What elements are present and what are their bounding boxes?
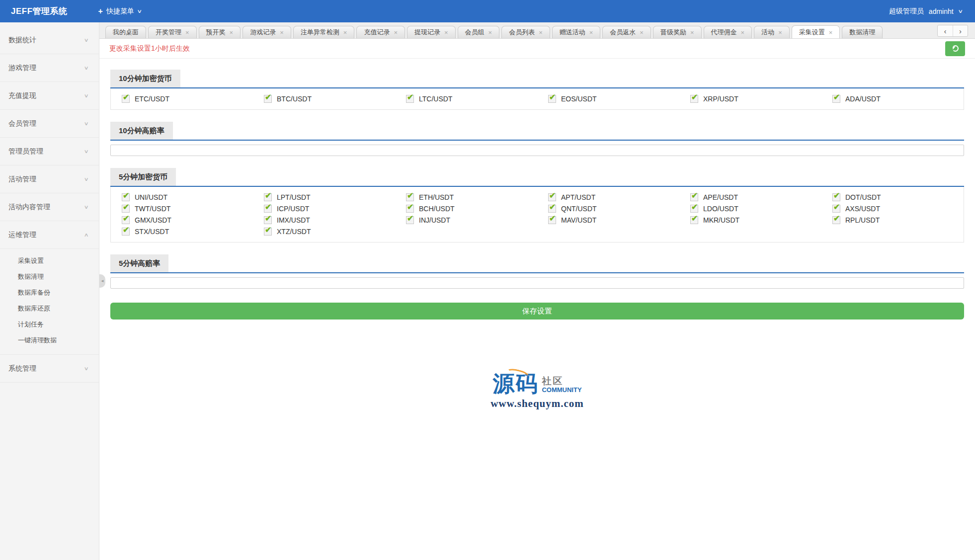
checkbox-label: DOT/USDT <box>845 193 881 201</box>
checkbox-option-dot-usdt[interactable]: ✔DOT/USDT <box>821 191 964 203</box>
quick-menu-button[interactable]: + 快捷菜单 ∨ <box>98 7 142 16</box>
checkbox-option-eth-usdt[interactable]: ✔ETH/USDT <box>395 191 537 203</box>
check-icon: ✔ <box>691 203 698 212</box>
tab-label: 会员组 <box>465 28 485 37</box>
checkbox-option-axs-usdt[interactable]: ✔AXS/USDT <box>821 203 964 214</box>
checkbox-checked: ✔ <box>690 205 698 213</box>
sidebar-item-activity-mgmt[interactable]: 活动管理∨ <box>0 165 99 193</box>
tab-close-icon[interactable]: × <box>280 29 284 36</box>
tab-member-group[interactable]: 会员组× <box>458 26 500 38</box>
sidebar-item-ops-mgmt[interactable]: 运维管理∧ <box>0 221 99 249</box>
sidebar-subitem-db-restore[interactable]: 数据库还原 <box>0 301 99 317</box>
checkbox-checked: ✔ <box>264 216 272 224</box>
settings-form: 10分钟加密货币✔ETC/USDT✔BTC/USDT✔LTC/USDT✔EOS/… <box>99 59 975 320</box>
checkbox-option-ape-usdt[interactable]: ✔APE/USDT <box>679 191 821 203</box>
sidebar-item-system-mgmt[interactable]: 系统管理∨ <box>0 355 99 383</box>
sidebar-subitem-one-key-clean[interactable]: 一键清理数据 <box>0 332 99 348</box>
checkbox-label: ETC/USDT <box>135 95 169 103</box>
sidebar-item-label: 数据统计 <box>8 36 36 45</box>
tab-member-rebate[interactable]: 会员返水× <box>602 26 651 38</box>
tab-member-list[interactable]: 会员列表× <box>501 26 550 38</box>
sidebar-item-admin-mgmt[interactable]: 管理员管理∨ <box>0 138 99 165</box>
content-header: 更改采集设置1小时后生效 <box>99 39 975 59</box>
rate-input-odds-5min[interactable] <box>110 277 964 289</box>
check-icon: ✔ <box>691 214 698 223</box>
checkbox-option-rpl-usdt[interactable]: ✔RPL/USDT <box>821 214 964 226</box>
tab-scroll-right-button[interactable]: › <box>953 25 968 36</box>
check-icon: ✔ <box>123 93 129 102</box>
tab-collect-settings[interactable]: 采集设置× <box>792 25 840 38</box>
checkbox-option-twt-usdt[interactable]: ✔TWT/USDT <box>111 203 253 214</box>
tab-data-clean[interactable]: 数据清理 <box>842 26 883 38</box>
app-title[interactable]: JEFF管理系统 <box>0 5 68 17</box>
tab-close-icon[interactable]: × <box>185 29 189 36</box>
tab-close-icon[interactable]: × <box>829 29 833 36</box>
checkbox-option-uni-usdt[interactable]: ✔UNI/USDT <box>111 191 253 203</box>
sidebar-subitem-db-backup[interactable]: 数据库备份 <box>0 285 99 301</box>
refresh-button[interactable] <box>945 41 965 56</box>
checkbox-option-qnt-usdt[interactable]: ✔QNT/USDT <box>537 203 679 214</box>
tab-withdraw-records[interactable]: 提现记录× <box>407 26 456 38</box>
checkbox-checked: ✔ <box>690 216 698 224</box>
tab-close-icon[interactable]: × <box>778 29 782 36</box>
checkbox-option-gmx-usdt[interactable]: ✔GMX/USDT <box>111 214 253 226</box>
checkbox-label: EOS/USDT <box>561 95 597 103</box>
section-odds-10min: 10分钟高赔率 <box>110 122 964 156</box>
checkbox-option-eos-usdt[interactable]: ✔EOS/USDT <box>537 93 679 104</box>
tab-close-icon[interactable]: × <box>394 29 398 36</box>
tab-lottery-mgmt[interactable]: 开奖管理× <box>148 26 197 38</box>
rate-input-odds-10min[interactable] <box>110 145 964 156</box>
tab-close-icon[interactable]: × <box>343 29 347 36</box>
tab-pre-lottery[interactable]: 预开奖× <box>199 26 241 38</box>
check-icon: ✔ <box>833 214 840 223</box>
checkbox-option-lpt-usdt[interactable]: ✔LPT/USDT <box>253 191 395 203</box>
tab-game-records[interactable]: 游戏记录× <box>243 26 291 38</box>
checkbox-option-apt-usdt[interactable]: ✔APT/USDT <box>537 191 679 203</box>
checkbox-option-bch-usdt[interactable]: ✔BCH/USDT <box>395 203 537 214</box>
tab-close-icon[interactable]: × <box>690 29 694 36</box>
sidebar-item-activity-content-mgmt[interactable]: 活动内容管理∨ <box>0 193 99 221</box>
chevron-down-icon: ∨ <box>83 121 88 126</box>
section-title: 5分钟加密货币 <box>110 168 176 186</box>
tab-abnormal-bet-check[interactable]: 注单异常检测× <box>293 26 355 38</box>
tab-activity[interactable]: 活动× <box>754 26 790 38</box>
tab-agent-commission[interactable]: 代理佣金× <box>704 26 752 38</box>
checkbox-option-etc-usdt[interactable]: ✔ETC/USDT <box>111 93 253 104</box>
tab-deposit-records[interactable]: 充值记录× <box>356 26 405 38</box>
checkbox-option-btc-usdt[interactable]: ✔BTC/USDT <box>253 93 395 104</box>
sidebar-item-game-mgmt[interactable]: 游戏管理∨ <box>0 54 99 82</box>
checkbox-option-mav-usdt[interactable]: ✔MAV/USDT <box>537 214 679 226</box>
checkbox-option-imx-usdt[interactable]: ✔IMX/USDT <box>253 214 395 226</box>
checkbox-option-ada-usdt[interactable]: ✔ADA/USDT <box>821 93 964 104</box>
check-icon: ✔ <box>833 203 840 212</box>
sidebar-item-deposit-withdraw[interactable]: 充值提现∨ <box>0 82 99 110</box>
check-icon: ✔ <box>123 226 129 235</box>
checkbox-option-stx-usdt[interactable]: ✔STX/USDT <box>111 226 253 237</box>
tab-close-icon[interactable]: × <box>488 29 492 36</box>
checkbox-option-ltc-usdt[interactable]: ✔LTC/USDT <box>395 93 537 104</box>
tab-promotion-reward[interactable]: 晋级奖励× <box>653 26 702 38</box>
save-settings-button[interactable]: 保存设置 <box>110 303 964 320</box>
checkbox-option-xtz-usdt[interactable]: ✔XTZ/USDT <box>253 226 395 237</box>
tab-scroll-left-button[interactable]: ‹ <box>938 25 953 36</box>
sidebar-subitem-collect-settings[interactable]: 采集设置 <box>0 253 99 269</box>
sidebar-item-member-mgmt[interactable]: 会员管理∨ <box>0 110 99 138</box>
checkbox-option-icp-usdt[interactable]: ✔ICP/USDT <box>253 203 395 214</box>
sidebar-subitem-cron-tasks[interactable]: 计划任务 <box>0 317 99 332</box>
tab-close-icon[interactable]: × <box>589 29 593 36</box>
tab-bar-tabs: 我的桌面开奖管理×预开奖×游戏记录×注单异常检测×充值记录×提现记录×会员组×会… <box>105 22 937 38</box>
tab-my-desktop[interactable]: 我的桌面 <box>105 26 146 38</box>
tab-gift-activity[interactable]: 赠送活动× <box>552 26 601 38</box>
checkbox-option-ldo-usdt[interactable]: ✔LDO/USDT <box>679 203 821 214</box>
checkbox-option-xrp-usdt[interactable]: ✔XRP/USDT <box>679 93 821 104</box>
tab-close-icon[interactable]: × <box>230 29 234 36</box>
tab-close-icon[interactable]: × <box>741 29 745 36</box>
user-menu[interactable]: 超级管理员 adminht ∨ <box>889 7 975 16</box>
sidebar-subitem-data-clean[interactable]: 数据清理 <box>0 269 99 285</box>
sidebar-item-data-stats[interactable]: 数据统计∨ <box>0 26 99 54</box>
tab-close-icon[interactable]: × <box>640 29 644 36</box>
checkbox-option-mkr-usdt[interactable]: ✔MKR/USDT <box>679 214 821 226</box>
tab-close-icon[interactable]: × <box>539 29 543 36</box>
checkbox-option-inj-usdt[interactable]: ✔INJ/USDT <box>395 214 537 226</box>
tab-close-icon[interactable]: × <box>444 29 448 36</box>
